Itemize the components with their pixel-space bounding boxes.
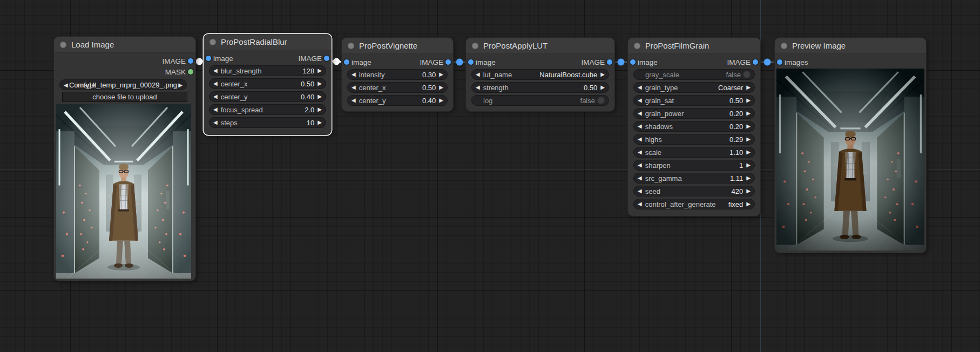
image-input-port[interactable]: [206, 56, 211, 61]
widget-gray_scale[interactable]: gray_scalefalse: [633, 69, 755, 80]
widget-center_x[interactable]: ◀center_x0.50▶: [209, 78, 326, 89]
widget-blur_strength[interactable]: ◀blur_strength128▶: [209, 65, 326, 76]
node-propost-apply-lut[interactable]: ProPostApplyLUT image IMAGE ◀lut_nameNat…: [466, 38, 614, 111]
node-title-bar[interactable]: ProPostApplyLUT: [466, 38, 614, 54]
choose-file-button[interactable]: choose file to upload: [62, 92, 187, 102]
increment-arrow-icon[interactable]: ▶: [746, 147, 751, 158]
toggle-circle-icon[interactable]: [597, 97, 605, 104]
node-title-bar[interactable]: ProPostRadialBlur: [204, 34, 332, 50]
decrement-arrow-icon[interactable]: ◀: [352, 95, 356, 106]
increment-arrow-icon[interactable]: ▶: [746, 95, 751, 106]
widget-grain_sat[interactable]: ◀grain_sat0.50▶: [633, 95, 755, 106]
widget-control_after_generate[interactable]: ◀control_after_generatefixed▶: [633, 199, 755, 209]
decrement-arrow-icon[interactable]: ◀: [352, 82, 356, 93]
decrement-arrow-icon[interactable]: ◀: [476, 69, 480, 80]
collapse-dot-icon[interactable]: [634, 43, 640, 49]
image-file-combo[interactable]: ◀ ComfyUI_temp_nrprg_00029_.png image ▶: [59, 79, 187, 90]
collapse-dot-icon[interactable]: [472, 43, 478, 49]
decrement-arrow-icon[interactable]: ◀: [638, 108, 642, 119]
images-input-port[interactable]: [777, 59, 782, 65]
widget-grain_power[interactable]: ◀grain_power0.20▶: [633, 108, 755, 119]
comfyui-node-graph-canvas[interactable]: { "icons": { "left_arrow": "◀", "right_a…: [0, 0, 980, 352]
image-output-port[interactable]: [188, 58, 193, 64]
widget-center_y[interactable]: ◀center_y0.40▶: [209, 91, 326, 102]
widget-focus_spread[interactable]: ◀focus_spread2.0▶: [209, 104, 326, 115]
widget-lut_name[interactable]: ◀lut_nameNaturalBoost.cube▶: [471, 69, 609, 80]
increment-arrow-icon[interactable]: ▶: [317, 65, 322, 76]
decrement-arrow-icon[interactable]: ◀: [638, 134, 642, 145]
decrement-arrow-icon[interactable]: ◀: [638, 147, 642, 158]
node-propost-radial-blur[interactable]: ProPostRadialBlur image IMAGE ◀blur_stre…: [204, 34, 332, 135]
node-title-bar[interactable]: Load Image: [54, 37, 195, 53]
decrement-arrow-icon[interactable]: ◀: [638, 95, 642, 106]
collapse-dot-icon[interactable]: [781, 43, 787, 49]
node-title-bar[interactable]: Preview Image: [775, 38, 926, 54]
decrement-arrow-icon[interactable]: ◀: [638, 121, 642, 132]
decrement-arrow-icon[interactable]: ◀: [213, 78, 218, 89]
increment-arrow-icon[interactable]: ▶: [746, 186, 751, 197]
decrement-arrow-icon[interactable]: ◀: [352, 69, 356, 80]
image-input-port[interactable]: [630, 59, 636, 65]
widget-src_gamma[interactable]: ◀src_gamma1.11▶: [633, 173, 755, 184]
increment-arrow-icon[interactable]: ▶: [746, 108, 751, 119]
increment-arrow-icon[interactable]: ▶: [600, 69, 605, 80]
widget-scale[interactable]: ◀scale1.10▶: [633, 147, 755, 158]
widget-highs[interactable]: ◀highs0.29▶: [633, 134, 755, 145]
link-midpoint-dot[interactable]: [764, 59, 771, 66]
image-output-port[interactable]: [753, 59, 758, 65]
image-input-port[interactable]: [344, 59, 349, 65]
collapse-dot-icon[interactable]: [348, 43, 354, 49]
decrement-arrow-icon[interactable]: ◀: [213, 65, 218, 76]
increment-arrow-icon[interactable]: ▶: [600, 82, 605, 93]
decrement-arrow-icon[interactable]: ◀: [213, 104, 218, 115]
image-output-port[interactable]: [607, 59, 612, 65]
widget-shadows[interactable]: ◀shadows0.20▶: [633, 121, 755, 132]
link-midpoint-dot[interactable]: [618, 59, 625, 66]
widget-sharpen[interactable]: ◀sharpen1▶: [633, 160, 755, 171]
node-propost-film-grain[interactable]: ProPostFilmGrain image IMAGE gray_scalef…: [628, 38, 760, 216]
combo-right-arrow-icon[interactable]: ▶: [178, 82, 183, 88]
decrement-arrow-icon[interactable]: ◀: [638, 173, 642, 184]
decrement-arrow-icon[interactable]: ◀: [638, 186, 642, 197]
increment-arrow-icon[interactable]: ▶: [317, 117, 322, 128]
increment-arrow-icon[interactable]: ▶: [317, 78, 322, 89]
link-midpoint-dot[interactable]: [196, 58, 203, 65]
increment-arrow-icon[interactable]: ▶: [746, 199, 751, 209]
widget-center_y[interactable]: ◀center_y0.40▶: [347, 95, 448, 106]
node-title-bar[interactable]: ProPostFilmGrain: [628, 38, 760, 54]
increment-arrow-icon[interactable]: ▶: [439, 82, 443, 93]
image-input-port[interactable]: [468, 59, 474, 65]
increment-arrow-icon[interactable]: ▶: [746, 134, 751, 145]
decrement-arrow-icon[interactable]: ◀: [213, 91, 218, 102]
increment-arrow-icon[interactable]: ▶: [746, 82, 751, 93]
widget-intensity[interactable]: ◀intensity0.30▶: [347, 69, 448, 80]
decrement-arrow-icon[interactable]: ◀: [638, 199, 642, 209]
node-title-bar[interactable]: ProPostVignette: [342, 38, 453, 54]
decrement-arrow-icon[interactable]: ◀: [638, 160, 642, 171]
collapse-dot-icon[interactable]: [209, 39, 216, 45]
collapse-dot-icon[interactable]: [60, 42, 66, 48]
increment-arrow-icon[interactable]: ▶: [317, 104, 322, 115]
widget-center_x[interactable]: ◀center_x0.50▶: [347, 82, 448, 93]
widget-seed[interactable]: ◀seed420▶: [633, 186, 755, 197]
widget-grain_type[interactable]: ◀grain_typeCoarser▶: [633, 82, 755, 93]
increment-arrow-icon[interactable]: ▶: [439, 95, 443, 106]
decrement-arrow-icon[interactable]: ◀: [213, 117, 218, 128]
node-propost-vignette[interactable]: ProPostVignette image IMAGE ◀intensity0.…: [342, 38, 453, 111]
mask-output-port[interactable]: [188, 69, 193, 75]
increment-arrow-icon[interactable]: ▶: [439, 69, 443, 80]
widget-steps[interactable]: ◀steps10▶: [209, 117, 326, 128]
decrement-arrow-icon[interactable]: ◀: [476, 82, 480, 93]
widget-log[interactable]: logfalse: [471, 95, 609, 106]
combo-left-arrow-icon[interactable]: ◀: [64, 82, 68, 88]
link-midpoint-dot[interactable]: [333, 58, 340, 65]
decrement-arrow-icon[interactable]: ◀: [638, 82, 642, 93]
increment-arrow-icon[interactable]: ▶: [317, 91, 322, 102]
increment-arrow-icon[interactable]: ▶: [746, 160, 751, 171]
node-load-image[interactable]: Load Image IMAGE MASK ◀ ComfyUI_temp_nrp…: [54, 37, 195, 281]
toggle-circle-icon[interactable]: [743, 71, 751, 78]
image-output-port[interactable]: [324, 56, 329, 61]
image-output-port[interactable]: [445, 59, 451, 65]
increment-arrow-icon[interactable]: ▶: [746, 173, 751, 184]
node-preview-image[interactable]: Preview Image images: [775, 38, 926, 253]
